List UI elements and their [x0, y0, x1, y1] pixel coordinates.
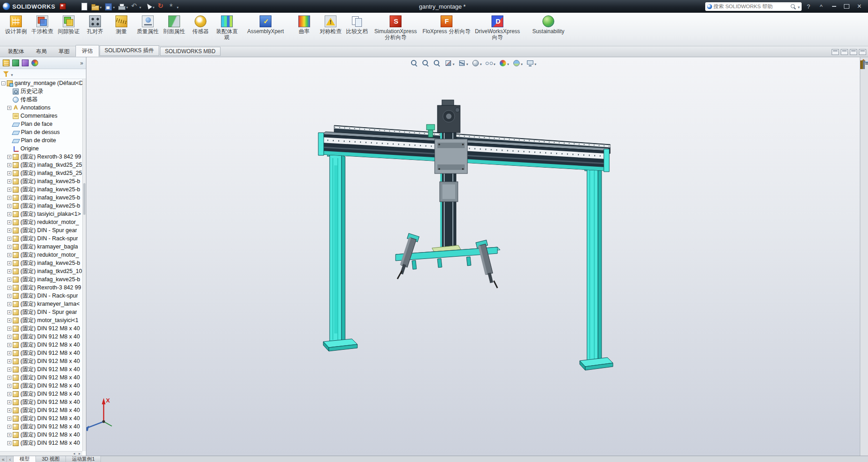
minimize-button[interactable] [828, 2, 840, 11]
hud-button[interactable] [526, 59, 537, 68]
ribbon-button[interactable]: SimulationXpress 分析向导 [370, 14, 421, 45]
doc-restore-icon[interactable] [850, 49, 857, 55]
tree-item[interactable]: +(固定) DIN 912 M8 x 40 [0, 390, 82, 398]
tree-item[interactable]: +(固定) DIN 912 M8 x 40 [0, 349, 82, 357]
expand-icon[interactable]: + [7, 318, 11, 323]
tree-item[interactable]: +(固定) DIN 912 M8 x 40 [0, 406, 82, 414]
tree-item[interactable]: +(固定) motor_tasiyici<1 [0, 316, 82, 324]
ribbon-button[interactable]: 间隙验证 [55, 14, 82, 45]
search-dropdown-icon[interactable] [798, 2, 800, 10]
ribbon-button[interactable]: 剖面属性 [161, 14, 187, 45]
dropdown-arrow-icon[interactable] [493, 59, 495, 67]
hud-button[interactable] [471, 59, 482, 68]
tree-vertical-scrollbar[interactable] [82, 79, 86, 451]
tree-item[interactable]: +Annotations [0, 104, 82, 112]
addin-tab[interactable]: SOLIDWORKS MBD [160, 47, 221, 56]
ribbon-button[interactable]: Sustainability [523, 14, 574, 45]
expand-icon[interactable]: + [7, 286, 11, 290]
expand-icon[interactable]: + [7, 376, 11, 380]
ribbon-button[interactable]: 干涉检查 [29, 14, 55, 45]
tree-item[interactable]: Plan de droite [0, 136, 82, 144]
featuremanager-tab-icon[interactable] [3, 60, 10, 66]
dropdown-arrow-icon[interactable] [177, 2, 179, 10]
tree-item[interactable]: +(固定) inafag_tkvd25_25 [0, 161, 82, 169]
expand-icon[interactable]: + [7, 335, 11, 339]
ribbon-button[interactable]: AssemblyXpert [240, 14, 291, 45]
ribbon-button[interactable]: FloXpress 分析向导 [421, 14, 472, 45]
expand-icon[interactable]: + [7, 441, 11, 445]
expand-icon[interactable]: + [7, 229, 11, 233]
view-tab[interactable]: 模型 [14, 456, 36, 462]
propertymanager-tab-icon[interactable] [12, 60, 19, 66]
pane-toggle-icon[interactable] [841, 49, 848, 55]
ribbon-button[interactable]: 比较文档 [344, 14, 370, 45]
scroll-left-icon[interactable] [71, 452, 77, 456]
ribbon-button[interactable]: DriveWorksXpress 向导 [472, 14, 523, 45]
graphics-viewport[interactable]: X Z [86, 57, 860, 456]
command-tab[interactable]: 草图 [53, 46, 75, 57]
command-tab[interactable]: 装配体 [2, 46, 30, 57]
model-z-column[interactable] [426, 100, 467, 250]
expand-icon[interactable]: + [7, 278, 11, 282]
tree-item[interactable]: Commentaires [0, 112, 82, 120]
expand-icon[interactable]: + [7, 302, 11, 306]
tree-item[interactable]: +(固定) inafag_kwve25-b [0, 202, 82, 210]
tree-item[interactable]: Plan de face [0, 120, 82, 128]
tree-item[interactable]: +(固定) DIN 912 M8 x 40 [0, 324, 82, 333]
tree-item[interactable]: +(固定) DIN - Spur gear [0, 308, 82, 316]
help-button[interactable] [803, 2, 814, 11]
tree-item[interactable]: +(固定) Rexroth-3 842 99 [0, 283, 82, 292]
expand-icon[interactable]: + [7, 163, 11, 167]
expand-icon[interactable]: + [7, 245, 11, 249]
tree-item[interactable]: +(固定) DIN 912 M8 x 40 [0, 398, 82, 406]
expand-icon[interactable]: + [7, 155, 11, 159]
gantry-3d-model[interactable]: X Z [86, 57, 860, 456]
expand-icon[interactable]: + [7, 171, 11, 175]
tree-root-item[interactable]: - gantry_montage (Défaut<Défa [0, 79, 82, 87]
custom-properties-icon[interactable] [864, 60, 865, 69]
expand-icon[interactable]: + [7, 392, 11, 396]
expand-icon[interactable]: + [7, 204, 11, 208]
tree-item[interactable]: Plan de dessus [0, 128, 82, 136]
tree-item[interactable]: +(固定) DIN 912 M8 x 40 [0, 382, 82, 390]
dropdown-arrow-icon[interactable] [140, 2, 141, 10]
hud-button[interactable] [409, 59, 418, 68]
expand-icon[interactable]: + [7, 433, 11, 437]
ribbon-button[interactable]: 对称检查 [317, 14, 344, 45]
tree-item[interactable]: +(固定) kramayer_bagla [0, 243, 82, 251]
dropdown-arrow-icon[interactable] [466, 59, 468, 67]
configurationmanager-tab-icon[interactable] [22, 60, 29, 66]
expand-icon[interactable]: + [7, 343, 11, 347]
expand-icon[interactable]: + [7, 294, 11, 298]
ribbon-button[interactable]: 传感器 [187, 14, 214, 45]
ribbon-button[interactable]: 装配体直观 [214, 14, 240, 45]
tree-item[interactable]: +(固定) DIN 912 M8 x 40 [0, 439, 82, 447]
tree-item[interactable]: +(固定) DIN - Rack-spur [0, 292, 82, 300]
scroll-right-icon[interactable] [77, 452, 82, 456]
tree-item[interactable]: +(固定) inafag_kwve25-b [0, 275, 82, 283]
expand-icon[interactable]: + [7, 179, 11, 184]
collapse-icon[interactable]: - [1, 81, 5, 85]
expand-icon[interactable]: + [7, 188, 11, 192]
command-tab[interactable]: 评估 [75, 45, 99, 57]
filter-funnel-icon[interactable] [3, 71, 9, 77]
expand-icon[interactable]: + [7, 237, 11, 241]
ribbon-button[interactable]: 孔对齐 [82, 14, 108, 45]
tree-item[interactable]: +(固定) DIN 912 M8 x 40 [0, 431, 82, 439]
model-left-leg[interactable] [323, 149, 357, 351]
tree-item[interactable]: 历史记录 [0, 87, 82, 95]
dropdown-arrow-icon[interactable] [113, 2, 115, 10]
expand-icon[interactable]: + [7, 359, 11, 363]
ribbon-button[interactable]: 测量 [108, 14, 135, 45]
expand-icon[interactable]: + [7, 310, 11, 314]
panel-expand-chevron-icon[interactable] [80, 60, 83, 66]
dropdown-arrow-icon[interactable] [507, 59, 509, 67]
search-icon[interactable] [790, 4, 796, 10]
expand-icon[interactable]: + [7, 196, 11, 200]
expand-icon[interactable]: + [7, 269, 11, 273]
model-right-leg[interactable] [580, 163, 613, 370]
expand-icon[interactable]: + [7, 351, 11, 355]
tree-item[interactable]: +(固定) DIN - Rack-spur [0, 234, 82, 243]
expand-icon[interactable]: + [7, 106, 11, 110]
tree-item[interactable]: +(固定) krameyer_lama< [0, 300, 82, 308]
